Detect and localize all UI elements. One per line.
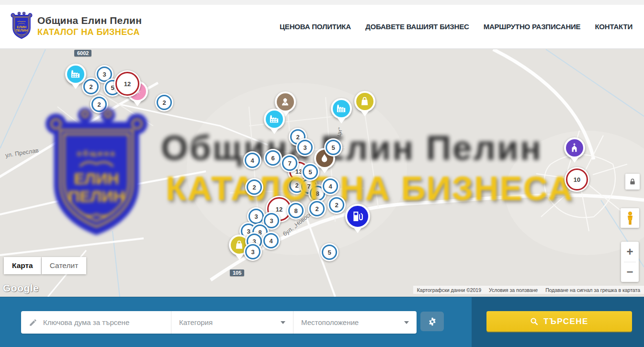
map-type-satellite-button[interactable]: Сателит [42,257,86,274]
fuel-pin[interactable] [345,204,370,229]
cluster-count: 2 [296,134,299,141]
cluster-count: 5 [308,168,312,176]
lock-button[interactable] [625,174,640,190]
cluster-count: 2 [89,83,92,90]
cluster-marker[interactable]: 12 [114,70,141,97]
municipality-crest-icon [11,11,33,40]
church-pin[interactable] [564,137,585,158]
cluster-marker[interactable]: 4 [321,177,339,195]
cluster-marker[interactable]: 7 [281,154,299,172]
location-select[interactable]: Местоположение [293,311,417,334]
nav-add-your-business[interactable]: ДОБАВЕТЕ ВАШИЯТ БИЗНЕС [365,22,469,31]
cluster-count: 3 [254,213,258,220]
map-type-control: Карта Сателит [4,257,86,274]
cluster-count: 2 [335,201,338,209]
cluster-count: 7 [288,160,291,167]
cluster-marker[interactable]: 8 [287,201,305,220]
map-data-copyright: Картографски данни ©2019 [417,287,481,293]
shopping-bag-icon [356,93,373,110]
main-nav: ЦЕНОВА ПОЛИТИКА ДОБАВЕТЕ ВАШИЯТ БИЗНЕС М… [280,5,633,48]
zoom-control: + − [621,242,639,282]
location-select-value: Местоположение [301,318,359,326]
site-logo[interactable]: Община Елин Пелин КАТАЛОГ НА БИЗНЕСА [11,11,142,40]
cluster-count: 2 [252,184,256,191]
cluster-count: 2 [315,205,318,213]
cluster-marker[interactable]: 3 [296,138,314,157]
cluster-marker[interactable]: 5 [320,243,339,261]
map-attribution: Картографски данни ©2019 Условия за полз… [413,286,644,294]
cluster-count: 4 [328,183,332,190]
shopping-bag-pin[interactable] [354,91,375,112]
pencil-icon [29,318,37,327]
terms-of-use-link[interactable]: Условия за ползване [489,287,538,293]
cluster-marker[interactable]: 6 [264,149,282,167]
factory-icon [67,66,84,83]
cluster-count: 4 [269,237,272,245]
google-logo[interactable]: Google [3,282,39,294]
lock-icon [629,178,636,186]
search-bar: Категория Местоположение ТЪРСЕНЕ [0,297,644,347]
pegman-icon [624,211,636,225]
search-fields: Категория Местоположение [21,311,417,334]
page-top-strip [0,0,644,5]
cluster-count: 3 [251,248,254,256]
cluster-marker[interactable]: 2 [155,93,173,112]
zoom-in-button[interactable]: + [621,242,639,262]
cluster-marker[interactable]: 5 [324,138,342,157]
search-icon [530,317,538,325]
advanced-search-settings-button[interactable] [420,312,444,331]
header: Община Елин Пелин КАТАЛОГ НА БИЗНЕСА ЦЕН… [0,5,644,49]
chevron-down-icon [281,321,285,324]
factory-icon [333,100,350,117]
factory-pin[interactable] [331,98,352,119]
cluster-marker[interactable]: 2 [308,200,326,218]
report-map-error-link[interactable]: Подаване на сигнал за грешка в картата [545,287,640,293]
cluster-count: 12 [124,80,131,88]
factory-icon [266,111,283,128]
route-shield: 105 [230,269,244,276]
cluster-marker[interactable]: 4 [262,232,280,250]
cluster-count: 5 [331,144,335,151]
category-select[interactable]: Категория [171,311,293,334]
cluster-count: 2 [295,182,298,189]
cluster-count: 8 [294,207,297,214]
cluster-marker[interactable]: 10 [565,167,589,192]
map-type-map-button[interactable]: Карта [4,257,41,274]
cluster-count: 8 [316,190,319,197]
cluster-count: 3 [303,144,306,151]
site-title: Община Елин Пелин [37,15,142,26]
keyword-input[interactable] [43,311,171,334]
nav-pricing-policy[interactable]: ЦЕНОВА ПОЛИТИКА [280,22,351,31]
cluster-marker[interactable]: 2 [90,95,108,113]
cluster-marker[interactable]: 2 [245,178,263,196]
worker-icon [277,93,294,111]
cluster-count: 2 [162,99,166,106]
cluster-marker[interactable]: 3 [244,243,262,261]
cluster-count: 3 [102,71,106,78]
search-button[interactable]: ТЪРСЕНЕ [486,311,632,332]
cluster-count: 4 [250,157,254,164]
keyword-field [21,311,171,334]
cluster-count: 3 [270,217,273,224]
cluster-count: 2 [97,101,101,108]
church-icon [566,139,583,157]
category-select-value: Категория [179,318,213,326]
chevron-down-icon [404,321,409,324]
factory-pin[interactable] [264,109,285,130]
fuel-icon [347,206,368,227]
map-canvas[interactable]: ул. Преславбул. „Новоселци"ци" 6002105 О… [0,49,644,297]
cluster-count: 6 [271,155,274,162]
nav-route-schedule[interactable]: МАРШРУТНО РАЗПИСАНИЕ [484,22,581,31]
street-view-pegman-button[interactable] [621,208,639,228]
site-subtitle: КАТАЛОГ НА БИЗНЕСА [37,27,142,37]
cluster-marker[interactable]: 5 [301,163,319,181]
cluster-marker[interactable]: 4 [243,151,261,169]
cluster-marker[interactable]: 2 [328,196,346,214]
cluster-marker[interactable]: 2 [82,78,100,96]
cluster-count: 5 [328,249,331,256]
cluster-count: 12 [276,206,282,213]
search-button-label: ТЪРСЕНЕ [543,317,588,326]
nav-contacts[interactable]: КОНТАКТИ [595,22,633,31]
factory-pin[interactable] [65,64,86,85]
zoom-out-button[interactable]: − [621,262,639,282]
